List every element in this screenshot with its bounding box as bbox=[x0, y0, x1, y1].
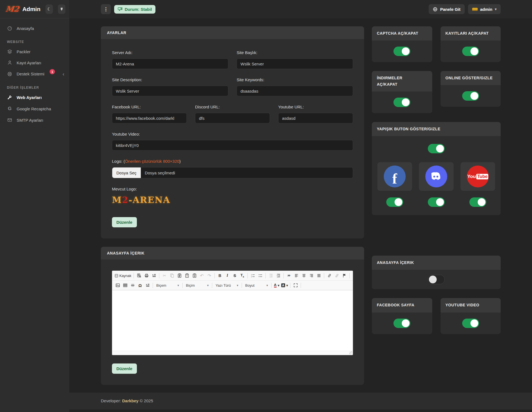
sidebar-item-destek-sistemi[interactable]: Destek Sistemi 1 ‹ bbox=[0, 68, 69, 80]
cut-button[interactable]: ✂ bbox=[161, 272, 168, 279]
templates-button[interactable] bbox=[150, 272, 158, 279]
justify-button[interactable] bbox=[315, 272, 323, 279]
anasayfa-icerik-toggle-card: ANASAYFA İÇERIK bbox=[372, 256, 501, 289]
site-baslik-input[interactable] bbox=[237, 59, 353, 69]
page-break-icon bbox=[145, 283, 150, 288]
strikethrough-button[interactable]: S bbox=[231, 272, 239, 279]
blockquote-button[interactable]: ” bbox=[285, 272, 293, 279]
discord-button-toggle[interactable] bbox=[428, 197, 445, 207]
bullet-list-button[interactable] bbox=[257, 272, 264, 279]
file-choose-button[interactable]: Dosya Seç bbox=[112, 167, 141, 178]
ayarlar-duzenle-button[interactable]: Düzenle bbox=[112, 217, 137, 227]
image-button[interactable] bbox=[114, 282, 121, 289]
outdent-button[interactable] bbox=[267, 272, 275, 279]
undo-button[interactable]: ↶ bbox=[198, 272, 206, 279]
horizontal-rule-button[interactable] bbox=[129, 282, 136, 289]
indirmeler-toggle[interactable] bbox=[393, 98, 410, 107]
templates-icon bbox=[152, 273, 156, 278]
main-column: AYARLAR Server Adı: Site Başlık: bbox=[101, 26, 364, 385]
server-status-badge[interactable]: Durum: Stabil bbox=[114, 5, 155, 14]
theme-toggle-button[interactable]: ☾ bbox=[45, 4, 53, 14]
facebook-tile-group: f bbox=[377, 162, 412, 207]
resize-grip[interactable] bbox=[349, 351, 352, 355]
chevron-down-icon: ▾ bbox=[177, 284, 179, 287]
vertical-dots-icon: ⋮ bbox=[104, 7, 108, 12]
sidebar-item-packler[interactable]: Packler bbox=[0, 46, 69, 57]
preview-button[interactable] bbox=[135, 272, 143, 279]
page-break-button[interactable] bbox=[144, 282, 151, 289]
special-char-button[interactable]: Ω bbox=[136, 282, 144, 289]
sidebar-item-web-ayarlari[interactable]: Web Ayarları bbox=[0, 92, 69, 103]
paste-text-button[interactable]: T bbox=[183, 272, 191, 279]
text-color-button[interactable]: A▾ bbox=[273, 282, 280, 289]
facebook-button-toggle[interactable] bbox=[386, 197, 403, 207]
table-button[interactable] bbox=[121, 282, 129, 289]
facebook-url-input[interactable] bbox=[112, 113, 187, 123]
kayitlar-toggle[interactable] bbox=[462, 47, 479, 56]
anchor-button[interactable] bbox=[341, 272, 348, 279]
font-dropdown[interactable]: Yazı Türü▾ bbox=[214, 282, 240, 289]
sidebar-item-anasayfa[interactable]: Anasayfa bbox=[0, 23, 69, 34]
username-label: admin bbox=[480, 7, 492, 12]
sidebar-item-kayit-ayarlari[interactable]: Kayıt Ayarları bbox=[0, 57, 69, 68]
menu-dots-button[interactable]: ⋮ bbox=[101, 4, 111, 14]
sidebar-item-smtp-ayarlari[interactable]: SMTP Ayarları bbox=[0, 115, 69, 126]
youtube-video-toggle[interactable] bbox=[462, 319, 479, 328]
link-button[interactable] bbox=[326, 272, 333, 279]
server-adi-input[interactable] bbox=[112, 59, 228, 69]
ordered-list-button[interactable]: 12 bbox=[249, 272, 257, 279]
align-right-icon bbox=[309, 273, 314, 278]
styles-dropdown[interactable]: Biçem▾ bbox=[154, 282, 181, 289]
site-keywords-input[interactable] bbox=[237, 86, 353, 96]
align-center-button[interactable] bbox=[300, 272, 308, 279]
align-right-button[interactable] bbox=[308, 272, 315, 279]
anasayfa-icerik-toggle[interactable] bbox=[428, 275, 445, 284]
format-dropdown[interactable]: Biçim▾ bbox=[184, 282, 211, 289]
paste-word-icon: W bbox=[192, 273, 197, 278]
paste-button[interactable] bbox=[176, 272, 183, 279]
print-button[interactable] bbox=[143, 272, 150, 279]
facebook-sayfa-toggle[interactable] bbox=[393, 319, 410, 328]
maximize-button[interactable] bbox=[292, 282, 299, 289]
youtube-url-input[interactable] bbox=[278, 113, 353, 123]
editor-duzenle-button[interactable]: Düzenle bbox=[112, 363, 137, 374]
undo-icon: ↶ bbox=[200, 273, 204, 278]
panele-git-button[interactable]: Panele Git bbox=[429, 4, 464, 14]
bg-color-button[interactable]: A▾ bbox=[280, 282, 289, 289]
facebook-sayfa-card: FACEBOOK SAYFA bbox=[372, 298, 432, 334]
youtube-video-input[interactable] bbox=[112, 140, 353, 151]
captcha-toggle[interactable] bbox=[393, 47, 410, 56]
size-dropdown[interactable]: Boyut▾ bbox=[243, 282, 270, 289]
captcha-card-title: CAPTCHA AÇ/KAPAT bbox=[372, 26, 432, 40]
plugin-button[interactable] bbox=[58, 4, 65, 14]
layers-icon bbox=[7, 49, 12, 54]
indent-button[interactable] bbox=[275, 272, 282, 279]
youtube-icon: YouTube bbox=[467, 166, 489, 187]
user-menu-button[interactable]: admin ▾ bbox=[468, 4, 501, 14]
redo-button[interactable]: ↷ bbox=[206, 272, 213, 279]
logo-file-input[interactable]: Dosya Seç Dosya seçilmedi bbox=[112, 167, 353, 178]
rich-text-editor: Kaynak ✂ T W ↶ bbox=[112, 271, 353, 355]
italic-button[interactable]: I bbox=[224, 272, 231, 279]
editor-card-body: Kaynak ✂ T W ↶ bbox=[101, 260, 364, 385]
dashboard-gauge-icon bbox=[7, 26, 12, 31]
discord-url-input[interactable] bbox=[195, 113, 270, 123]
youtube-button-toggle[interactable] bbox=[469, 197, 486, 207]
source-button[interactable]: Kaynak bbox=[114, 272, 132, 279]
table-icon bbox=[123, 283, 127, 288]
bold-button[interactable]: B bbox=[216, 272, 224, 279]
preview-icon bbox=[137, 273, 141, 278]
editor-content-area[interactable] bbox=[112, 290, 353, 351]
youtube-tile: YouTube bbox=[461, 162, 495, 191]
paste-word-button[interactable]: W bbox=[191, 272, 198, 279]
remove-format-button[interactable]: Tx bbox=[239, 272, 246, 279]
yapisik-master-toggle[interactable] bbox=[428, 144, 445, 153]
site-description-input[interactable] bbox=[112, 86, 228, 96]
align-left-button[interactable] bbox=[293, 272, 300, 279]
image-icon bbox=[116, 283, 120, 288]
sidebar-item-label: Anasayfa bbox=[17, 26, 34, 31]
unlink-button[interactable] bbox=[333, 272, 341, 279]
online-toggle[interactable] bbox=[462, 91, 479, 101]
sidebar-item-google-recaptcha[interactable]: G Google Recaptcha bbox=[0, 103, 69, 115]
copy-button[interactable] bbox=[168, 272, 176, 279]
